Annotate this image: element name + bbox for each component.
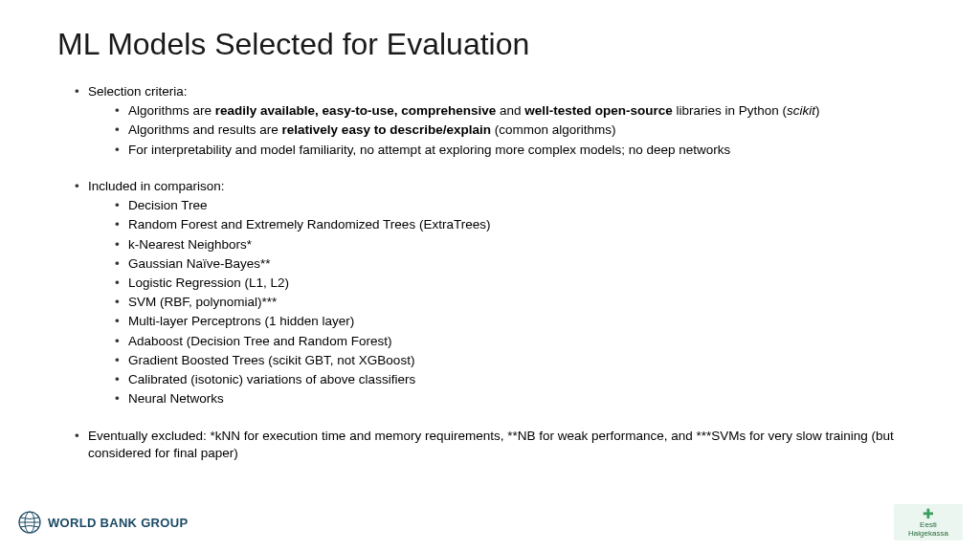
criteria-item-3: For interpretability and model familiari…: [115, 142, 923, 159]
globe-icon: [17, 510, 42, 535]
text-bold: relatively easy to describe/explain: [282, 122, 491, 137]
criteria-heading-text: Selection criteria:: [88, 84, 188, 99]
content-list: Selection criteria: Algorithms are readi…: [57, 83, 923, 462]
list-item: Gaussian Naïve-Bayes**: [115, 255, 923, 273]
list-item: Random Forest and Extremely Randomized T…: [115, 216, 923, 233]
criteria-sublist: Algorithms are readily available, easy-t…: [88, 102, 923, 159]
criteria-heading: Selection criteria: Algorithms are readi…: [75, 83, 923, 159]
list-item: Multi-layer Perceptrons (1 hidden layer): [115, 313, 923, 330]
spacer: [75, 162, 923, 175]
text-frag: and: [496, 103, 524, 118]
list-item: Neural Networks: [115, 390, 923, 408]
world-bank-text: WORLD BANK GROUP: [48, 516, 188, 530]
excluded-note: Eventually excluded: *kNN for execution …: [75, 428, 923, 462]
spacer: [75, 411, 923, 425]
list-item: k-Nearest Neighbors*: [115, 236, 923, 253]
text-italic: scikit: [787, 103, 815, 118]
footer: WORLD BANK GROUP ✚ Eesti Haigekassa: [0, 503, 980, 541]
text-bold: readily available, easy-to-use, comprehe…: [215, 103, 496, 118]
included-sublist: Decision Tree Random Forest and Extremel…: [88, 197, 923, 408]
text-frag: Algorithms and results are: [128, 122, 282, 137]
text-frag: ): [815, 103, 820, 118]
list-item: Calibrated (isotonic) variations of abov…: [115, 371, 923, 388]
text-frag: libraries in Python (: [673, 103, 787, 118]
text-frag: Algorithms are: [128, 103, 215, 118]
included-heading: Included in comparison: Decision Tree Ra…: [75, 178, 923, 408]
list-item: SVM (RBF, polynomial)***: [115, 294, 923, 311]
list-item: Adaboost (Decision Tree and Random Fores…: [115, 333, 923, 350]
list-item: Logistic Regression (L1, L2): [115, 275, 923, 292]
cross-icon: ✚: [923, 507, 934, 520]
eesti-line1: Eesti: [920, 521, 937, 529]
criteria-item-2: Algorithms and results are relatively ea…: [115, 121, 923, 139]
list-item: Decision Tree: [115, 197, 923, 214]
list-item: Gradient Boosted Trees (scikit GBT, not …: [115, 352, 923, 369]
slide-title: ML Models Selected for Evaluation: [57, 27, 923, 62]
criteria-item-1: Algorithms are readily available, easy-t…: [115, 102, 923, 120]
eesti-haigekassa-logo: ✚ Eesti Haigekassa: [894, 504, 963, 540]
included-heading-text: Included in comparison:: [88, 179, 225, 193]
world-bank-logo: WORLD BANK GROUP: [17, 510, 188, 535]
text-bold: well-tested open-source: [524, 103, 673, 118]
text-frag: (common algorithms): [491, 122, 616, 137]
eesti-line2: Haigekassa: [908, 530, 948, 538]
